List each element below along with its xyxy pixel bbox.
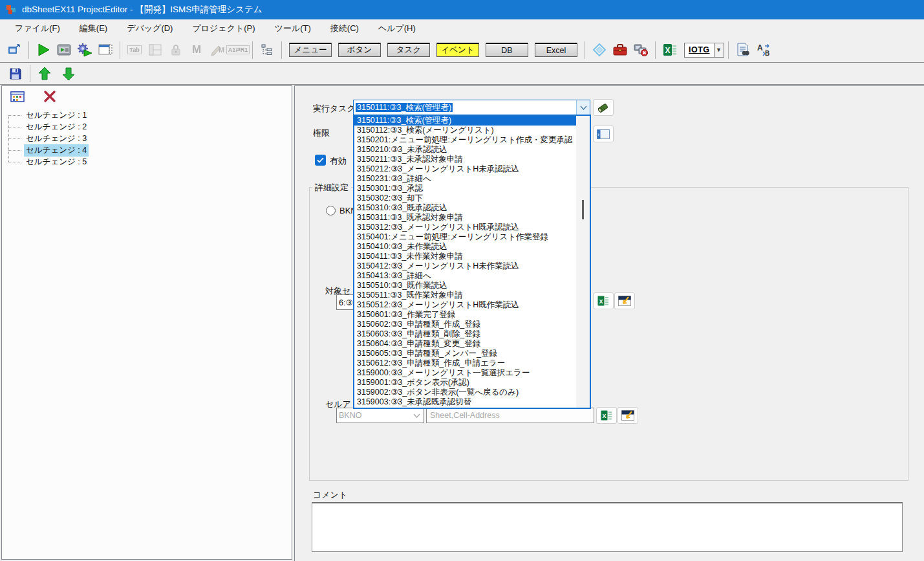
dropdown-option[interactable]: 3150512:③3_メーリングリストH既作業読込 [354,300,576,310]
menu-item[interactable]: 接続(C) [321,19,369,38]
add-cell-change-icon[interactable] [9,88,26,105]
menu-item[interactable]: デバッグ(D) [117,19,182,38]
dropdown-option[interactable]: 3150604:③3_申請種類_変更_登録 [354,339,576,349]
dropdown-option[interactable]: 3150511:③3_既作業対象申請 [354,291,576,300]
target-cell-excel-button[interactable]: X [593,292,614,309]
dropdown-option[interactable]: 3150301:③3_承認 [354,184,576,193]
clear-task-button[interactable] [593,99,614,116]
dropdown-option[interactable]: 3150605:③3_申請種類_メンバー_登録 [354,349,576,358]
dropdown-option[interactable]: 3150311:③3_既承認対象申請 [354,213,576,223]
tree-item-cell-change[interactable]: セルチェンジ : 3 [2,133,292,144]
gear-run-icon[interactable] [76,41,93,58]
menu-item[interactable]: ツール(T) [265,19,321,38]
dropdown-option[interactable]: 3150212:③3_メーリングリストH未承認読込 [354,164,576,174]
dropdown-option[interactable]: 3150412:③3_メーリングリストH未作業読込 [354,261,576,271]
toolbar-separator [281,41,282,59]
view-button[interactable]: ボタン [338,43,381,57]
permission-dialog-button[interactable]: › [593,126,614,142]
delete-cell-change-icon[interactable] [41,88,58,105]
menu-item[interactable]: ヘルプ(H) [369,19,425,38]
tree-item-cell-change[interactable]: セルチェンジ : 4 [2,144,292,156]
detail-settings-label: 詳細設定 [312,182,351,193]
save-icon[interactable] [7,65,24,82]
dropdown-option[interactable]: 3150602:③3_申請種類_作成_登録 [354,320,576,329]
svg-text:B: B [765,50,769,57]
app-icon [6,5,16,15]
menu-item[interactable]: ファイル(F) [5,19,70,38]
new-window-icon[interactable] [97,41,114,58]
move-down-icon[interactable] [60,65,77,82]
pencil-m-icon: M [209,41,226,58]
dropdown-option[interactable]: 3150112:③3_検索(メーリングリスト) [354,126,576,135]
dropdown-option[interactable]: 3150411:③3_未作業対象申請 [354,252,576,261]
dropdown-option[interactable]: 3159002:③3_ボタン非表示(一覧へ戻るのみ) [354,388,576,397]
title-bar: dbSheetEX11 ProjectEditor - 【開発】ISMS申請管理… [0,0,924,19]
dropdown-option[interactable]: 3159000:③3_メーリングリスト一覧選択エラー [354,368,576,378]
iotg-dropdown-chevron[interactable]: ▼ [714,43,724,58]
cell-address-book-value: BKNO [337,411,410,420]
dropdown-scrollbar-thumb[interactable] [582,200,584,219]
dropdown-option[interactable]: 3150312:③3_メーリングリストH既承認読込 [354,223,576,232]
goto-cell-icon [618,296,631,306]
tree-item-cell-change[interactable]: セルチェンジ : 5 [2,156,292,168]
dropdown-option[interactable]: 3150210:③3_未承認読込 [354,145,576,155]
excel-icon[interactable]: X [661,41,678,58]
svg-text:›: › [597,131,599,138]
search-document-icon[interactable] [735,41,751,58]
dropdown-option[interactable]: 3150510:③3_既作業読込 [354,281,576,291]
eraser-icon [597,102,610,113]
diamond-icon[interactable] [591,41,608,58]
dropdown-option[interactable]: 3159001:③3_ボタン表示(承認) [354,378,576,388]
dropdown-option[interactable]: 3150201:メニュー前処理:メーリングリスト作成・変更承認 [354,135,576,145]
dropdown-option[interactable]: 3150302:③3_却下 [354,193,576,203]
menu-item[interactable]: プロジェクト(P) [182,19,264,38]
tree-item-cell-change[interactable]: セルチェンジ : 2 [2,121,292,133]
move-up-icon[interactable] [36,65,53,82]
run-console-icon[interactable] [56,41,72,58]
comment-textarea[interactable] [312,502,903,552]
menu-item[interactable]: 編集(E) [70,19,117,38]
target-cell-pick-button[interactable] [614,292,635,309]
cell-change-tree: セルチェンジ : 1 セルチェンジ : 2 セルチェンジ : 3 セルチェンジ … [2,107,292,168]
dropdown-option[interactable]: 3150410:③3_未作業読込 [354,242,576,252]
view-button[interactable]: メニュー [289,43,332,57]
enabled-checkbox[interactable] [315,155,326,166]
comment-label: コメント [313,489,347,501]
dropdown-option[interactable]: 3150401:メニュー前処理:メーリングリスト作業登録 [354,232,576,242]
view-button[interactable]: Excel [535,43,577,57]
translate-ab-icon[interactable]: AB [755,41,772,58]
iotg-button[interactable]: IOTG [684,43,714,58]
dropdown-option[interactable]: 3150413:③3_詳細へ [354,271,576,281]
toolbox-icon[interactable] [612,41,629,58]
cell-change-panel: セルチェンジ : 1 セルチェンジ : 2 セルチェンジ : 3 セルチェンジ … [1,85,292,560]
task-tree-icon[interactable] [259,41,275,58]
toolbar-separator [585,41,585,59]
bkn-radio[interactable] [326,206,336,215]
dropdown-option[interactable]: 3159003:③3_未承認既承認切替 [354,397,576,407]
svg-text:X: X [665,46,671,55]
dropdown-option[interactable]: 3150310:③3_既承認読込 [354,203,576,213]
view-button[interactable]: DB [486,43,528,57]
cell-address-book-combobox[interactable]: BKNO [336,408,424,423]
view-button[interactable]: イベント [436,43,479,57]
project-window-icon[interactable] [6,41,23,58]
chevron-down-icon[interactable] [576,100,590,115]
cell-address-input[interactable]: Sheet,Cell-Address [426,408,594,423]
dropdown-option[interactable]: 3150601:③3_作業完了登録 [354,310,576,320]
disconnect-icon[interactable] [632,41,649,58]
dropdown-option[interactable]: 3150612:③3_申請種類_作成_申請エラー [354,358,576,368]
cell-address-pick-button[interactable] [618,407,638,424]
exec-task-combobox[interactable]: 3150111:③3_検索(管理者) [353,100,590,115]
a1r1-icon: A1⇄R1 [230,41,246,58]
tree-item-cell-change[interactable]: セルチェンジ : 1 [2,109,292,121]
cell-address-excel-button[interactable]: X [596,407,617,424]
dropdown-option[interactable]: 3150603:③3_申請種類_削除_登録 [354,329,576,339]
dropdown-option[interactable]: 3150231:③3_詳細へ [354,174,576,184]
dropdown-option[interactable]: 3150211:③3_未承認対象申請 [354,155,576,164]
view-button[interactable]: タスク [387,43,430,57]
dropdown-scrollbar[interactable] [576,116,590,408]
run-icon[interactable] [35,41,52,58]
dropdown-option[interactable]: 3150111:③3_検索(管理者) [354,116,576,126]
toolbar-separator [28,41,29,59]
check-icon [317,157,324,163]
